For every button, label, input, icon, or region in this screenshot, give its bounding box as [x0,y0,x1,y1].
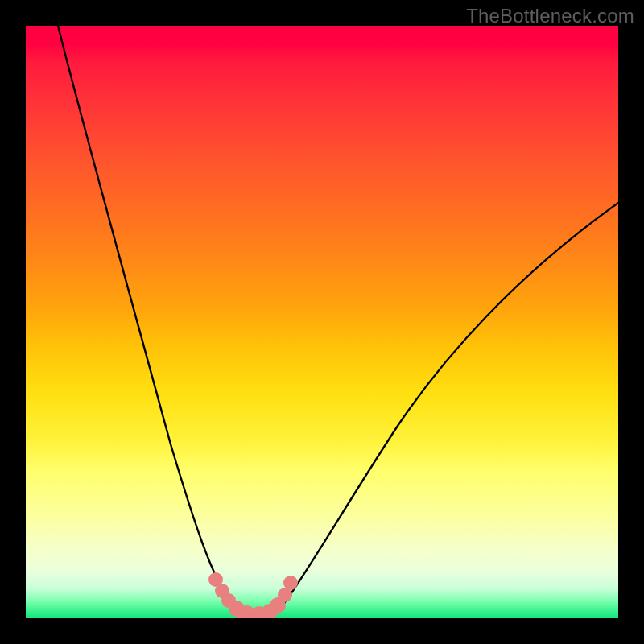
watermark-text: TheBottleneck.com [466,5,634,27]
svg-point-9 [283,576,298,590]
bottleneck-curve [58,26,618,617]
svg-rect-10 [235,609,274,618]
plot-area [26,26,618,618]
chart-frame: TheBottleneck.com [0,0,644,644]
near-zero-markers [208,572,298,618]
curve-layer [26,26,618,618]
